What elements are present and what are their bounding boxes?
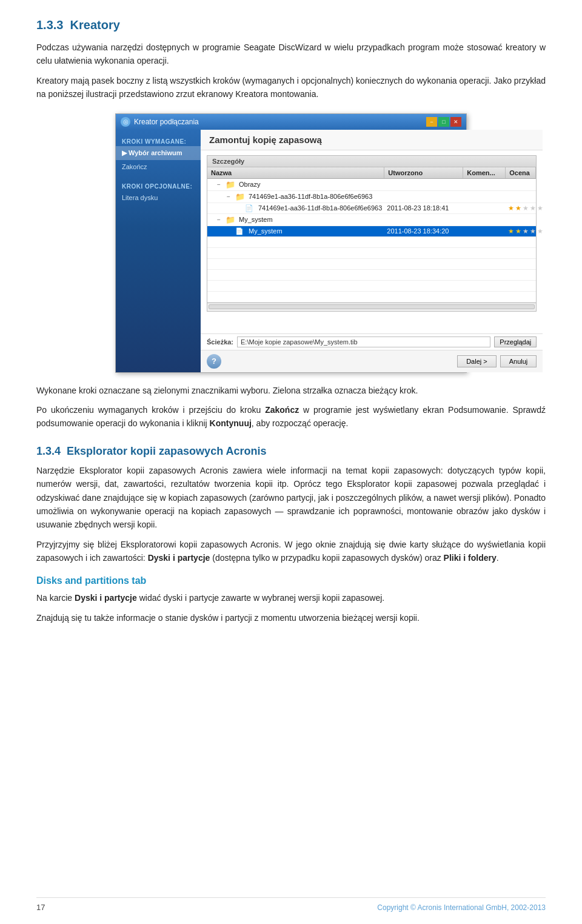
table-row-empty bbox=[207, 270, 536, 281]
next-button[interactable]: Dalej > bbox=[457, 355, 497, 367]
col-name-header: Nazwa bbox=[207, 167, 384, 178]
star-icon: ★ bbox=[508, 227, 514, 235]
scrollbar-track bbox=[209, 304, 535, 309]
star-empty-icon: ★ bbox=[530, 227, 536, 235]
wizard-path-bar: Ścieżka: Przeglądaj bbox=[201, 333, 543, 350]
section-134-para1: Narzędzie Eksplorator kopii zapasowych A… bbox=[36, 464, 546, 532]
table-row-empty bbox=[207, 237, 536, 248]
table-row[interactable]: − 📁 741469e1-aa36-11df-8b1a-806e6f6e6963 bbox=[207, 191, 536, 203]
close-button[interactable]: ✕ bbox=[450, 117, 461, 127]
table-row[interactable]: − 📁 Obrazy bbox=[207, 179, 536, 191]
titlebar-left: ◎ Kreator podłączania bbox=[121, 117, 199, 127]
table-row[interactable]: 📄 741469e1-aa36-11df-8b1a-806e6f6e6963 2… bbox=[207, 203, 536, 214]
table-row-selected[interactable]: 📄 My_system 2011-08-23 18:34:20 ★ ★ ★ ★ … bbox=[207, 226, 536, 237]
scrollbar[interactable] bbox=[207, 303, 536, 311]
star-empty-icon: ★ bbox=[523, 204, 529, 212]
star-empty-icon: ★ bbox=[530, 204, 536, 212]
folder-icon: 📁 bbox=[235, 192, 246, 201]
table-row-empty bbox=[207, 292, 536, 303]
section-134-title: 1.3.4 Eksplorator kopii zapasowych Acron… bbox=[36, 445, 546, 458]
wizard-body: Kroki wymagane: ▶ Wybór archiwum Zakończ… bbox=[116, 130, 466, 372]
sidebar-item-zakoncz[interactable]: Zakończ bbox=[116, 160, 201, 173]
col-created-header: Utworzono bbox=[384, 167, 463, 178]
table-row-empty bbox=[207, 259, 536, 270]
star-empty-icon: ★ bbox=[537, 204, 543, 212]
wizard-app-icon: ◎ bbox=[121, 117, 130, 127]
details-table: Nazwa Utworzono Komen... Ocena − 📁 Obraz bbox=[207, 167, 537, 312]
sidebar-optional-label: Kroki opcjonalne: bbox=[116, 173, 201, 191]
wizard-sidebar: Kroki wymagane: ▶ Wybór archiwum Zakończ… bbox=[116, 130, 201, 372]
section-133-title: 1.3.3 Kreatory bbox=[36, 18, 546, 32]
star-icon: ★ bbox=[515, 204, 521, 212]
section-133-para1: Kreatory mają pasek boczny z listą wszys… bbox=[36, 74, 546, 101]
file-icon: 📄 bbox=[235, 227, 246, 235]
section-133-para3: Po ukończeniu wymaganych kroków i przejś… bbox=[36, 403, 546, 430]
wizard-footer: ? Dalej > Anuluj bbox=[201, 350, 543, 372]
col-comment-header: Komen... bbox=[463, 167, 506, 178]
help-button[interactable]: ? bbox=[207, 354, 221, 369]
cancel-button[interactable]: Anuluj bbox=[500, 355, 537, 367]
table-header: Nazwa Utworzono Komen... Ocena bbox=[207, 167, 536, 179]
table-row-empty bbox=[207, 248, 536, 259]
disks-tab-heading: Disks and partitions tab bbox=[36, 575, 546, 586]
wizard-window: ◎ Kreator podłączania − □ ✕ Kroki wymaga… bbox=[115, 113, 467, 373]
section-134-disks-para: Na karcie Dyski i partycje widać dyski i… bbox=[36, 591, 546, 604]
file-icon: 📄 bbox=[245, 204, 256, 212]
col-rating-header: Ocena bbox=[506, 167, 536, 178]
details-title: Szczegóły bbox=[207, 155, 537, 167]
maximize-button[interactable]: □ bbox=[438, 117, 449, 127]
copyright-text: Copyright © Acronis International GmbH, … bbox=[377, 903, 546, 912]
sidebar-required-label: Kroki wymagane: bbox=[116, 136, 201, 146]
browse-button[interactable]: Przeglądaj bbox=[494, 336, 537, 347]
sidebar-item-wybor[interactable]: ▶ Wybór archiwum bbox=[116, 146, 201, 160]
star-icon: ★ bbox=[515, 227, 521, 235]
wizard-content: Szczegóły Nazwa Utworzono Komen... Ocena bbox=[201, 150, 543, 333]
table-row[interactable]: − 📁 My_system bbox=[207, 214, 536, 226]
wizard-screenshot: ◎ Kreator podłączania − □ ✕ Kroki wymaga… bbox=[36, 113, 546, 373]
section-133-para0: Podczas używania narzędzi dostępnych w p… bbox=[36, 41, 546, 68]
folder-icon: 📁 bbox=[226, 180, 236, 189]
sidebar-item-litera[interactable]: Litera dysku bbox=[116, 191, 201, 204]
section-134-para2: Przyjrzyjmy się bliżej Eksploratorowi ko… bbox=[36, 538, 546, 565]
folder-icon: 📁 bbox=[226, 215, 236, 224]
section-133-para2: Wykonane kroki oznaczane są zielonymi zn… bbox=[36, 384, 546, 397]
wizard-main-header: Zamontuj kopię zapasową bbox=[201, 130, 543, 150]
star-empty-icon: ★ bbox=[537, 227, 543, 235]
table-row-empty bbox=[207, 281, 536, 292]
path-label: Ścieżka: bbox=[207, 338, 233, 346]
details-section: Szczegóły Nazwa Utworzono Komen... Ocena bbox=[207, 155, 537, 312]
minimize-button[interactable]: − bbox=[426, 117, 437, 127]
section-134-info-para: Znajdują się tu także informacje o stani… bbox=[36, 611, 546, 624]
star-empty-icon: ★ bbox=[523, 227, 529, 235]
wizard-titlebar: ◎ Kreator podłączania − □ ✕ bbox=[116, 114, 466, 130]
star-icon: ★ bbox=[508, 204, 514, 212]
path-input[interactable] bbox=[237, 336, 490, 347]
page-footer: 17 Copyright © Acronis International Gmb… bbox=[36, 897, 546, 912]
wizard-main: Zamontuj kopię zapasową Szczegóły Nazwa … bbox=[201, 130, 543, 372]
titlebar-controls: − □ ✕ bbox=[426, 117, 461, 127]
wizard-footer-left: ? bbox=[207, 354, 453, 369]
page-number: 17 bbox=[36, 903, 45, 912]
wizard-title: Kreator podłączania bbox=[134, 118, 199, 126]
